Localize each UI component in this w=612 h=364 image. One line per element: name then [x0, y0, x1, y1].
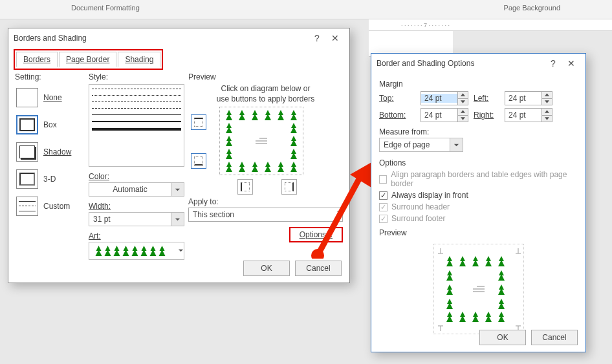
setting-custom[interactable]: Custom: [15, 193, 85, 220]
ribbon-group-pagebg: Page Background: [504, 4, 560, 12]
setting-box-icon: [16, 115, 38, 134]
preview-label: Preview: [188, 72, 343, 81]
options-group-label: Options: [379, 158, 578, 167]
setting-label: Setting:: [15, 72, 85, 81]
art-trees-preview: [89, 244, 178, 257]
cancel-button[interactable]: Cancel: [295, 261, 342, 276]
tab-page-border[interactable]: Page Border: [59, 52, 116, 67]
close-button[interactable]: ✕: [562, 58, 580, 69]
ruler: · · · · · · · 7 · · · · · · ·: [369, 19, 612, 31]
tabs-highlight-box: Borders Page Border Shading: [14, 49, 163, 70]
apply-to-value: This section: [189, 208, 336, 221]
measure-from-label: Measure from:: [379, 127, 578, 136]
tab-shading[interactable]: Shading: [118, 52, 160, 67]
border-bottom-button[interactable]: [191, 153, 206, 169]
style-option[interactable]: [92, 128, 181, 131]
option-align-borders: Align paragraph borders and table edges …: [379, 170, 578, 188]
preview-instruction: Click on diagram below oruse buttons to …: [188, 84, 343, 104]
setting-custom-icon: [16, 197, 38, 216]
style-listbox[interactable]: [89, 84, 184, 167]
measure-from-dropdown-button[interactable]: [450, 138, 463, 151]
help-button[interactable]: ?: [544, 58, 562, 69]
margin-top-label: Top:: [379, 94, 415, 103]
width-dropdown[interactable]: 31 pt: [89, 212, 184, 226]
spin-up-icon[interactable]: [542, 109, 552, 116]
checkbox-icon: [379, 203, 388, 211]
width-value: 31 pt: [89, 215, 171, 224]
preview2-text-lines-icon: [473, 286, 485, 292]
dialog2-title: Border and Shading Options: [377, 59, 544, 68]
setting-box[interactable]: Box: [15, 111, 85, 138]
margin-left-value: 24 pt: [505, 94, 541, 103]
preview-page[interactable]: [219, 107, 303, 175]
setting-3d[interactable]: 3-D: [15, 166, 85, 193]
style-option[interactable]: [92, 95, 181, 96]
dialog1-title: Borders and Shading: [14, 34, 308, 43]
art-dropdown[interactable]: [89, 242, 184, 260]
style-option[interactable]: [92, 114, 181, 115]
option-always-front[interactable]: Always display in front: [379, 191, 578, 200]
dialog1-titlebar: Borders and Shading ? ✕: [8, 28, 349, 48]
apply-to-label: Apply to:: [188, 197, 343, 206]
dialog2-titlebar: Border and Shading Options ? ✕: [371, 54, 585, 73]
spin-down-icon[interactable]: [458, 116, 468, 122]
width-label: Width:: [89, 202, 111, 211]
style-option[interactable]: [92, 121, 181, 122]
checkbox-icon: [379, 175, 387, 184]
border-left-button[interactable]: [237, 179, 253, 195]
border-right-button[interactable]: [281, 179, 297, 195]
margin-top-value: 24 pt: [421, 94, 457, 103]
margin-left-spinner[interactable]: 24 pt: [505, 91, 552, 105]
margin-group-label: Margin: [379, 80, 578, 89]
ribbon-group-docfmt: Document Formatting: [71, 4, 140, 12]
margin-top-spinner[interactable]: 24 pt: [421, 91, 468, 105]
spin-down-icon[interactable]: [542, 99, 552, 105]
setting-none-icon: [16, 88, 38, 107]
ok-button[interactable]: OK: [479, 330, 526, 345]
border-shading-options-dialog: Border and Shading Options ? ✕ Margin To…: [371, 53, 586, 352]
color-dropdown[interactable]: Automatic: [89, 182, 184, 197]
border-top-button[interactable]: [191, 114, 206, 130]
preview-diagram: [188, 109, 343, 192]
spin-up-icon[interactable]: [458, 92, 468, 99]
cancel-button[interactable]: Cancel: [531, 330, 578, 345]
measure-from-dropdown[interactable]: Edge of page: [379, 138, 463, 152]
width-dropdown-button[interactable]: [171, 213, 184, 226]
margin-right-spinner[interactable]: 24 pt: [505, 108, 552, 122]
margin-left-label: Left:: [474, 94, 499, 103]
art-label: Art:: [89, 231, 101, 241]
help-button[interactable]: ?: [308, 33, 326, 43]
style-label: Style:: [89, 72, 108, 81]
preview2-label: Preview: [379, 228, 578, 237]
spin-down-icon[interactable]: [458, 99, 468, 105]
ok-button[interactable]: OK: [243, 261, 290, 276]
preview2-box: [433, 244, 524, 334]
checkbox-icon: [379, 215, 388, 223]
margin-bottom-value: 24 pt: [421, 111, 457, 120]
preview-text-lines-icon: [256, 138, 267, 144]
setting-shadow-icon: [16, 142, 38, 162]
close-button[interactable]: ✕: [326, 33, 344, 43]
spin-up-icon[interactable]: [542, 92, 552, 99]
options-button[interactable]: Options...: [289, 227, 343, 242]
style-option[interactable]: [92, 89, 181, 89]
color-label: Color:: [89, 172, 109, 181]
style-option[interactable]: [92, 102, 181, 102]
margin-right-value: 24 pt: [505, 111, 541, 120]
apply-to-dropdown[interactable]: This section: [188, 208, 343, 222]
color-value: Automatic: [89, 185, 171, 194]
spin-down-icon[interactable]: [542, 116, 552, 122]
setting-shadow[interactable]: Shadow: [15, 138, 85, 166]
color-dropdown-button[interactable]: [171, 183, 184, 196]
option-surround-header: Surround header: [379, 202, 578, 211]
art-dropdown-button[interactable]: [178, 246, 184, 255]
setting-none[interactable]: None: [15, 84, 85, 111]
apply-to-dropdown-button[interactable]: [336, 208, 342, 221]
tab-borders[interactable]: Borders: [16, 52, 58, 67]
spin-up-icon[interactable]: [458, 109, 468, 116]
margin-bottom-spinner[interactable]: 24 pt: [421, 108, 468, 122]
checkbox-icon[interactable]: [379, 191, 388, 200]
margin-bottom-label: Bottom:: [379, 111, 415, 120]
style-option[interactable]: [92, 108, 181, 109]
borders-shading-dialog: Borders and Shading ? ✕ Borders Page Bor…: [8, 28, 350, 283]
